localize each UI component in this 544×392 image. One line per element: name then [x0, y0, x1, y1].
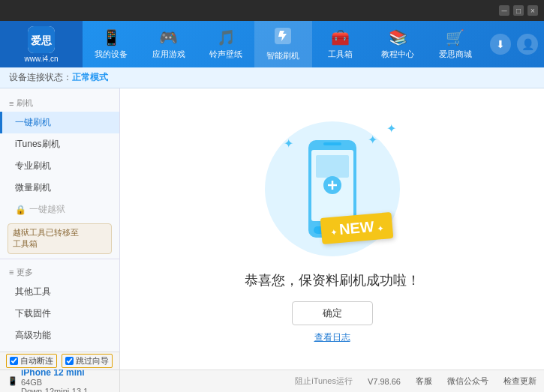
my-device-icon: 📱 — [102, 28, 121, 46]
my-device-label: 我的设备 — [95, 49, 128, 60]
header-right: ⬇ 👤 — [484, 21, 544, 67]
sparkle-3: ✦ — [386, 121, 396, 136]
close-button[interactable]: × — [527, 5, 538, 16]
header: 爱思 www.i4.cn 📱 我的设备 🎮 应用游戏 🎵 铃声壁纸 智能刷机 — [0, 21, 544, 67]
titlebar: ─ □ × — [0, 0, 544, 21]
sidebar-item-one-key-flash[interactable]: 一键刷机 — [0, 112, 119, 133]
more-section-label: 更多 — [17, 267, 33, 278]
skip-wizard-label[interactable]: 跳过向导 — [62, 354, 113, 368]
svg-text:爱思: 爱思 — [31, 34, 53, 46]
sidebar-item-micro-flash[interactable]: 微量刷机 — [0, 177, 119, 199]
sidebar-item-other-tools[interactable]: 其他工具 — [0, 281, 119, 303]
toolbox-icon: 🧰 — [331, 28, 350, 46]
more-section-icon: ≡ — [9, 268, 14, 277]
nav-tutorial[interactable]: 📚 教程中心 — [369, 21, 426, 67]
nav-smart-flash[interactable]: 智能刷机 — [254, 21, 311, 67]
sparkle-2: ✦ — [368, 133, 377, 147]
itunes-status-area: 📱 iPhone 12 mini 64GB Down-12mini-13.1 — [0, 370, 120, 392]
phone-small-icon: 📱 — [8, 376, 18, 386]
svg-rect-7 — [316, 155, 349, 178]
sidebar-item-advanced[interactable]: 高级功能 — [0, 325, 119, 346]
flash-section: ≡ 刷机 一键刷机 iTunes刷机 专业刷机 微量刷机 🔒 一键越狱 越狱工具… — [0, 94, 119, 254]
jailbreak-label: 一键越狱 — [29, 203, 65, 216]
ringtone-icon: 🎵 — [217, 28, 236, 46]
status-value: 正常模式 — [72, 71, 108, 84]
flash-section-icon: ≡ — [9, 99, 14, 108]
user-button[interactable]: 👤 — [517, 34, 538, 55]
maximize-button[interactable]: □ — [513, 5, 524, 16]
nav-ringtone[interactable]: 🎵 铃声壁纸 — [197, 21, 254, 67]
lock-icon: 🔒 — [15, 205, 26, 215]
toolbox-label: 工具箱 — [328, 49, 353, 60]
sidebar-divider — [0, 259, 119, 259]
device-info: iPhone 12 mini 64GB Down-12mini-13.1 — [21, 367, 88, 393]
nav-apps-games[interactable]: 🎮 应用游戏 — [140, 21, 197, 67]
apps-games-icon: 🎮 — [159, 28, 178, 46]
sidebar-item-jailbreak: 🔒 一键越狱 — [0, 199, 119, 220]
store-icon: 🛒 — [446, 28, 464, 46]
sidebar: ≡ 刷机 一键刷机 iTunes刷机 专业刷机 微量刷机 🔒 一键越狱 越狱工具… — [0, 88, 120, 370]
main-layout: ≡ 刷机 一键刷机 iTunes刷机 专业刷机 微量刷机 🔒 一键越狱 越狱工具… — [0, 88, 544, 370]
check-update-link[interactable]: 检查更新 — [503, 376, 536, 387]
customer-service-link[interactable]: 客服 — [416, 376, 432, 387]
nav-items: 📱 我的设备 🎮 应用游戏 🎵 铃声壁纸 智能刷机 🧰 工具箱 📚 — [83, 21, 484, 67]
flash-section-title: ≡ 刷机 — [0, 94, 119, 112]
store-label: 爱思商城 — [439, 49, 472, 60]
tutorial-label: 教程中心 — [381, 49, 414, 60]
smart-flash-label: 智能刷机 — [266, 50, 299, 61]
jailbreak-note: 越狱工具已转移至 工具箱 — [8, 223, 112, 254]
svg-rect-5 — [323, 142, 341, 145]
sidebar-item-download-firmware[interactable]: 下载固件 — [0, 303, 119, 325]
tutorial-icon: 📚 — [389, 28, 407, 46]
flash-section-label: 刷机 — [17, 97, 33, 109]
skip-wizard-text: 跳过向导 — [76, 355, 109, 367]
version-text: V7.98.66 — [368, 377, 401, 386]
version-area: 阻止iTunes运行 V7.98.66 客服 微信公众号 检查更新 — [120, 376, 544, 387]
circle-background: ✦ ✦ NEW — [265, 121, 400, 256]
nav-my-device[interactable]: 📱 我的设备 — [83, 21, 140, 67]
bottom-bar: 📱 iPhone 12 mini 64GB Down-12mini-13.1 自… — [0, 370, 544, 392]
minimize-button[interactable]: ─ — [499, 5, 509, 16]
logo-url: www.i4.cn — [24, 55, 58, 63]
confirm-button[interactable]: 确定 — [292, 301, 373, 325]
sidebar-item-itunes-flash[interactable]: iTunes刷机 — [0, 133, 119, 155]
new-badge: NEW — [320, 212, 392, 244]
smart-flash-icon — [275, 28, 291, 48]
status-bar: 设备连接状态： 正常模式 — [0, 67, 544, 88]
itunes-running-text: 阻止iTunes运行 — [295, 376, 353, 387]
nav-toolbox[interactable]: 🧰 工具箱 — [312, 21, 369, 67]
sparkle-1: ✦ — [284, 136, 293, 151]
device-version: Down-12mini-13.1 — [21, 387, 88, 393]
wechat-public-link[interactable]: 微信公众号 — [447, 376, 488, 387]
download-button[interactable]: ⬇ — [490, 34, 511, 55]
auto-disconnect-text: 自动断连 — [20, 355, 53, 367]
success-message: 恭喜您，保资料刷机成功啦！ — [245, 271, 420, 289]
sidebar-item-pro-flash[interactable]: 专业刷机 — [0, 155, 119, 177]
logo-area[interactable]: 爱思 www.i4.cn — [0, 21, 83, 67]
ringtone-label: 铃声壁纸 — [209, 49, 242, 60]
logo-icon: 爱思 — [28, 26, 55, 53]
skip-wizard-checkbox[interactable] — [65, 357, 74, 365]
auto-disconnect-checkbox[interactable] — [10, 357, 18, 365]
success-graphic: ✦ ✦ NEW ✦ — [257, 114, 407, 264]
checkbox-area: 自动断连 跳过向导 — [0, 352, 120, 370]
more-section: ≡ 更多 其他工具 下载固件 高级功能 — [0, 264, 119, 346]
status-label: 设备连接状态： — [9, 71, 72, 84]
device-capacity: 64GB — [21, 378, 88, 387]
more-section-title: ≡ 更多 — [0, 264, 119, 281]
nav-store[interactable]: 🛒 爱思商城 — [427, 21, 484, 67]
apps-games-label: 应用游戏 — [152, 49, 185, 60]
content-area: ✦ ✦ NEW ✦ 恭喜您，保资料刷机成功啦！ 确定 查看日志 — [120, 88, 544, 370]
auto-disconnect-label[interactable]: 自动断连 — [6, 354, 57, 368]
wizard-link[interactable]: 查看日志 — [314, 331, 350, 344]
